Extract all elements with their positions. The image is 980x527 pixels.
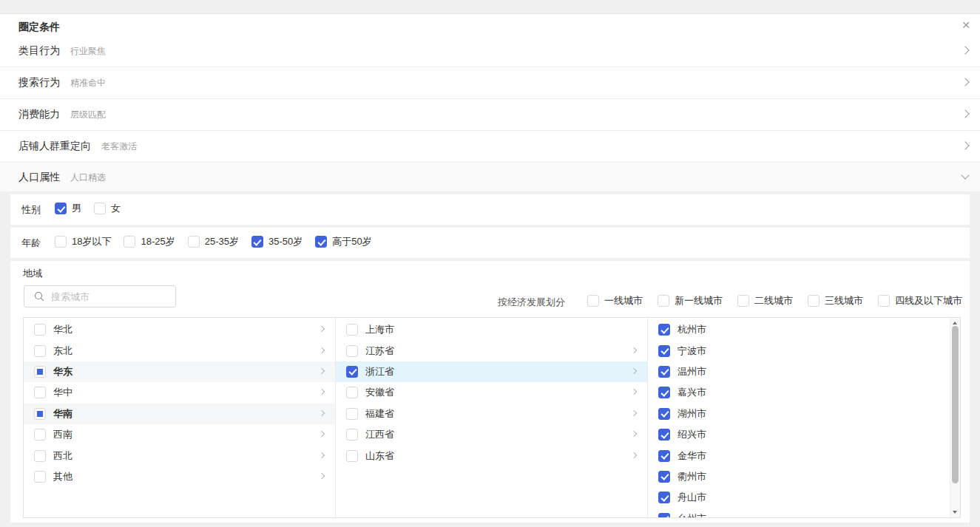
section-row[interactable]: 搜索行为精准命中 — [0, 67, 980, 99]
checkbox-unchecked[interactable] — [346, 324, 358, 336]
region-row[interactable]: 安徽省 — [336, 382, 647, 403]
checkbox-unchecked[interactable] — [587, 295, 599, 307]
checkbox-unchecked[interactable] — [34, 324, 46, 336]
checkbox-option[interactable]: 三线城市 — [808, 294, 863, 307]
region-row[interactable]: 台州市 — [648, 509, 960, 518]
region-row[interactable]: 上海市 — [336, 319, 647, 340]
checkbox-unchecked[interactable] — [124, 236, 135, 248]
section-subtitle: 老客激活 — [101, 140, 137, 153]
option-label: 二线城市 — [754, 294, 793, 307]
region-row[interactable]: 舟山市 — [648, 487, 960, 508]
region-row-label: 湖州市 — [677, 407, 706, 421]
region-row-label: 温州市 — [677, 365, 706, 378]
age-options: 18岁以下18-25岁25-35岁35-50岁高于50岁 — [55, 235, 385, 251]
checkbox-option[interactable]: 35-50岁 — [251, 235, 303, 248]
chevron-right-icon — [319, 410, 325, 416]
region-label: 地域 — [23, 267, 42, 280]
region-row[interactable]: 江西省 — [336, 424, 647, 445]
checkbox-checked[interactable] — [658, 471, 670, 483]
section-row[interactable]: 类目行为行业聚焦 — [0, 35, 980, 67]
region-row[interactable]: 浙江省 — [336, 361, 647, 382]
checkbox-checked[interactable] — [55, 203, 67, 214]
checkbox-option[interactable]: 女 — [94, 202, 121, 215]
checkbox-option[interactable]: 四线及以下城市 — [878, 294, 962, 307]
checkbox-unchecked[interactable] — [878, 295, 890, 307]
checkbox-option[interactable]: 二线城市 — [737, 294, 793, 307]
region-row[interactable]: 嘉兴市 — [648, 382, 960, 403]
checkbox-unchecked[interactable] — [658, 295, 669, 307]
checkbox-checked[interactable] — [658, 408, 670, 420]
checkbox-checked[interactable] — [658, 387, 670, 398]
region-row[interactable]: 福建省 — [336, 404, 647, 424]
checkbox-option[interactable]: 男 — [55, 202, 81, 215]
checkbox-unchecked[interactable] — [55, 236, 67, 248]
region-row[interactable]: 绍兴市 — [648, 424, 960, 445]
checkbox-checked[interactable] — [658, 429, 670, 441]
checkbox-checked[interactable] — [658, 366, 670, 378]
checkbox-checked[interactable] — [658, 450, 670, 462]
checkbox-unchecked[interactable] — [34, 450, 46, 462]
region-row[interactable]: 其他 — [24, 466, 335, 487]
city-search-box[interactable] — [24, 285, 176, 307]
checkbox-checked[interactable] — [658, 345, 670, 357]
region-row[interactable]: 华东 — [24, 361, 335, 382]
region-row[interactable]: 西北 — [24, 445, 335, 466]
checkbox-unchecked[interactable] — [346, 429, 358, 441]
region-row[interactable]: 山东省 — [336, 445, 647, 466]
checkbox-unchecked[interactable] — [737, 295, 749, 307]
region-row-label: 台州市 — [677, 512, 706, 518]
checkbox-unchecked[interactable] — [34, 387, 46, 398]
region-row[interactable]: 宁波市 — [648, 340, 960, 361]
checkbox-unchecked[interactable] — [346, 450, 358, 462]
region-row[interactable]: 杭州市 — [648, 319, 960, 340]
region-row[interactable]: 华中 — [24, 382, 335, 403]
checkbox-option[interactable]: 一线城市 — [587, 294, 643, 307]
scrollbar[interactable] — [950, 318, 960, 517]
section-row[interactable]: 店铺人群重定向老客激活 — [0, 131, 980, 163]
city-search-input[interactable] — [51, 291, 181, 302]
region-row-label: 舟山市 — [677, 491, 706, 504]
checkbox-unchecked[interactable] — [34, 471, 46, 483]
checkbox-unchecked[interactable] — [346, 408, 358, 420]
scroll-down-arrow-icon[interactable] — [950, 507, 961, 517]
checkbox-checked[interactable] — [315, 236, 327, 248]
checkbox-checked[interactable] — [251, 236, 263, 248]
checkbox-unchecked[interactable] — [808, 295, 820, 307]
region-row[interactable]: 江苏省 — [336, 340, 647, 361]
checkbox-indeterminate[interactable] — [34, 408, 46, 420]
region-row[interactable]: 东北 — [24, 340, 335, 361]
section-subtitle: 层级匹配 — [70, 109, 106, 121]
checkbox-indeterminate[interactable] — [34, 366, 46, 378]
region-row[interactable]: 西南 — [24, 424, 335, 445]
option-label: 35-50岁 — [268, 235, 303, 248]
checkbox-option[interactable]: 18-25岁 — [124, 235, 175, 248]
checkbox-checked[interactable] — [346, 366, 358, 378]
section-row[interactable]: 人口属性人口精选 — [0, 163, 980, 192]
region-row[interactable]: 衢州市 — [648, 466, 960, 487]
region-row[interactable]: 温州市 — [648, 361, 960, 382]
region-row-label: 山东省 — [365, 449, 394, 463]
checkbox-unchecked[interactable] — [188, 236, 200, 248]
region-row[interactable]: 华北 — [24, 319, 335, 340]
checkbox-option[interactable]: 新一线城市 — [658, 294, 723, 307]
checkbox-unchecked[interactable] — [34, 345, 46, 357]
checkbox-unchecked[interactable] — [346, 345, 358, 357]
region-row[interactable]: 湖州市 — [648, 404, 960, 424]
chevron-right-icon — [961, 78, 969, 86]
region-row[interactable]: 金华市 — [648, 445, 960, 466]
checkbox-unchecked[interactable] — [346, 387, 358, 398]
scrollbar-thumb[interactable] — [952, 326, 959, 483]
checkbox-unchecked[interactable] — [34, 429, 46, 441]
region-row[interactable]: 华南 — [24, 404, 335, 424]
checkbox-unchecked[interactable] — [94, 203, 106, 214]
region-row-label: 江苏省 — [365, 344, 394, 358]
checkbox-checked[interactable] — [658, 492, 670, 503]
section-row[interactable]: 消费能力层级匹配 — [0, 99, 980, 131]
checkbox-option[interactable]: 25-35岁 — [188, 235, 239, 248]
checkbox-checked[interactable] — [658, 513, 670, 518]
close-icon[interactable]: ✕ — [962, 20, 970, 30]
checkbox-option[interactable]: 高于50岁 — [315, 235, 371, 248]
checkbox-option[interactable]: 18岁以下 — [55, 235, 111, 248]
checkbox-checked[interactable] — [658, 324, 670, 336]
economic-tier-options: 一线城市新一线城市二线城市三线城市四线及以下城市 — [572, 294, 962, 310]
